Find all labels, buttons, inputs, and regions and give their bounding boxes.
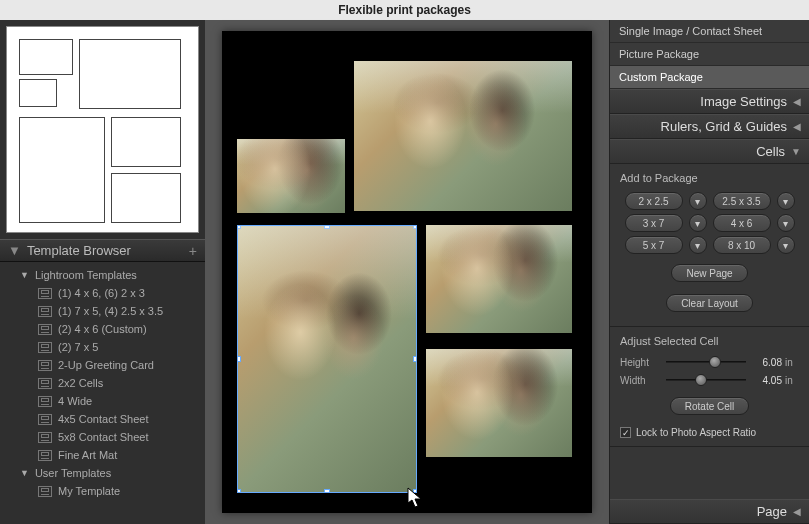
template-item[interactable]: My Template [0, 482, 205, 500]
photo-cell[interactable] [426, 225, 572, 333]
disclosure-triangle-icon: ▼ [8, 243, 21, 258]
template-icon [38, 378, 52, 389]
template-item[interactable]: 2x2 Cells [0, 374, 205, 392]
resize-handle[interactable] [237, 356, 241, 362]
template-icon [38, 414, 52, 425]
size-button[interactable]: 5 x 7 [625, 236, 683, 254]
chevron-down-icon: ▼ [20, 468, 29, 478]
template-icon [38, 486, 52, 497]
template-icon [38, 360, 52, 371]
clear-layout-button[interactable]: Clear Layout [666, 294, 753, 312]
template-icon [38, 324, 52, 335]
tab-single-image[interactable]: Single Image / Contact Sheet [610, 20, 809, 43]
folder-user-templates[interactable]: ▼ User Templates [0, 464, 205, 482]
adjust-cell-label: Adjust Selected Cell [620, 335, 799, 347]
main-layout: ▼ Template Browser + ▼ Lightroom Templat… [0, 20, 809, 524]
size-button[interactable]: 4 x 6 [713, 214, 771, 232]
template-item[interactable]: 5x8 Contact Sheet [0, 428, 205, 446]
size-menu-button[interactable]: ▾ [777, 236, 795, 254]
add-template-button[interactable]: + [189, 243, 197, 259]
resize-handle[interactable] [413, 356, 417, 362]
cells-header[interactable]: Cells ▼ [610, 139, 809, 164]
resize-handle[interactable] [237, 225, 241, 229]
tab-custom-package[interactable]: Custom Package [610, 66, 809, 89]
checkbox-icon: ✓ [620, 427, 631, 438]
layout-style-tabs: Single Image / Contact Sheet Picture Pac… [610, 20, 809, 89]
layout-preview[interactable] [6, 26, 199, 233]
chevron-left-icon: ◀ [793, 506, 801, 517]
width-value[interactable]: 4.05 [752, 375, 782, 386]
add-to-package-label: Add to Package [620, 172, 799, 184]
size-menu-button[interactable]: ▾ [689, 214, 707, 232]
chevron-down-icon: ▼ [20, 270, 29, 280]
height-slider[interactable] [666, 355, 746, 369]
rotate-cell-button[interactable]: Rotate Cell [670, 397, 749, 415]
template-item[interactable]: (2) 4 x 6 (Custom) [0, 320, 205, 338]
resize-handle[interactable] [413, 489, 417, 493]
template-tree: ▼ Lightroom Templates (1) 4 x 6, (6) 2 x… [0, 262, 205, 524]
size-menu-button[interactable]: ▾ [689, 192, 707, 210]
new-page-button[interactable]: New Page [671, 264, 747, 282]
photo-cell[interactable] [426, 349, 572, 457]
height-value[interactable]: 6.08 [752, 357, 782, 368]
chevron-down-icon: ▼ [791, 146, 801, 157]
template-item[interactable]: 4x5 Contact Sheet [0, 410, 205, 428]
photo-cell[interactable] [354, 61, 572, 211]
cells-panel: Add to Package 2 x 2.5▾ 2.5 x 3.5▾ 3 x 7… [610, 164, 809, 327]
lock-aspect-checkbox[interactable]: ✓ Lock to Photo Aspect Ratio [620, 427, 799, 438]
template-item[interactable]: (2) 7 x 5 [0, 338, 205, 356]
size-menu-button[interactable]: ▾ [777, 214, 795, 232]
resize-handle[interactable] [237, 489, 241, 493]
width-slider[interactable] [666, 373, 746, 387]
resize-handle[interactable] [324, 489, 330, 493]
resize-handle[interactable] [324, 225, 330, 229]
template-icon [38, 342, 52, 353]
template-icon [38, 432, 52, 443]
template-item[interactable]: 2-Up Greeting Card [0, 356, 205, 374]
template-icon [38, 396, 52, 407]
template-icon [38, 306, 52, 317]
resize-handle[interactable] [413, 225, 417, 229]
template-item[interactable]: (1) 7 x 5, (4) 2.5 x 3.5 [0, 302, 205, 320]
width-field: Width 4.05 in [620, 373, 799, 387]
height-field: Height 6.08 in [620, 355, 799, 369]
template-browser-label: Template Browser [27, 243, 131, 258]
template-icon [38, 450, 52, 461]
image-settings-header[interactable]: Image Settings ◀ [610, 89, 809, 114]
size-button[interactable]: 8 x 10 [713, 236, 771, 254]
canvas-area [205, 20, 609, 524]
photo-cell[interactable] [237, 139, 345, 213]
size-button[interactable]: 3 x 7 [625, 214, 683, 232]
rulers-header[interactable]: Rulers, Grid & Guides ◀ [610, 114, 809, 139]
print-page[interactable] [222, 31, 592, 513]
chevron-left-icon: ◀ [793, 121, 801, 132]
left-panel: ▼ Template Browser + ▼ Lightroom Templat… [0, 20, 205, 524]
folder-lightroom-templates[interactable]: ▼ Lightroom Templates [0, 266, 205, 284]
template-browser-header[interactable]: ▼ Template Browser + [0, 239, 205, 262]
photo-cell-selected[interactable] [237, 225, 417, 493]
page-header[interactable]: Page ◀ [610, 499, 809, 524]
window-title: Flexible print packages [0, 0, 809, 20]
size-button[interactable]: 2.5 x 3.5 [713, 192, 771, 210]
size-button[interactable]: 2 x 2.5 [625, 192, 683, 210]
tab-picture-package[interactable]: Picture Package [610, 43, 809, 66]
size-menu-button[interactable]: ▾ [689, 236, 707, 254]
size-menu-button[interactable]: ▾ [777, 192, 795, 210]
right-panel: Single Image / Contact Sheet Picture Pac… [609, 20, 809, 524]
adjust-cell-panel: Adjust Selected Cell Height 6.08 in Widt… [610, 327, 809, 447]
chevron-left-icon: ◀ [793, 96, 801, 107]
template-item[interactable]: Fine Art Mat [0, 446, 205, 464]
template-item[interactable]: (1) 4 x 6, (6) 2 x 3 [0, 284, 205, 302]
template-item[interactable]: 4 Wide [0, 392, 205, 410]
template-icon [38, 288, 52, 299]
